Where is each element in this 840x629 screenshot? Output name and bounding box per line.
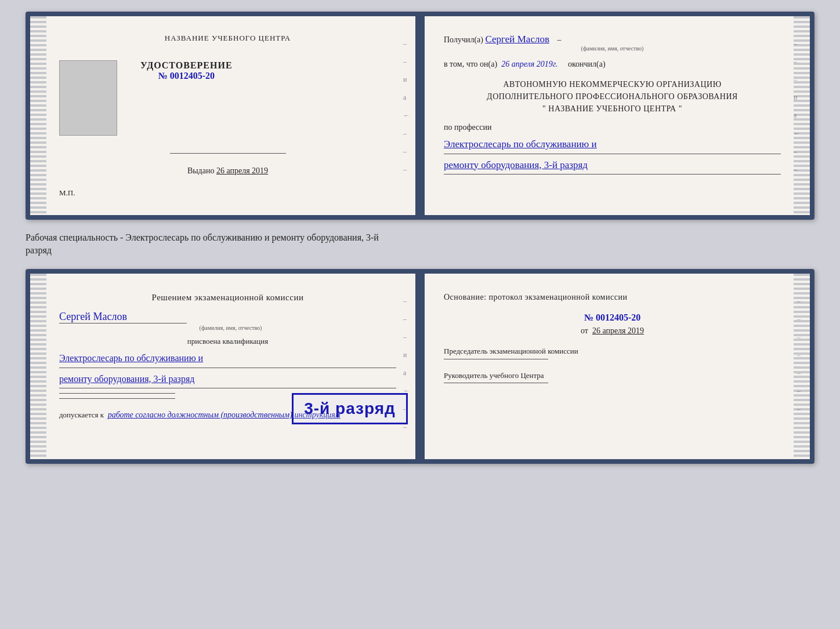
bottom-certificate-book: Решением экзаменационной комиссии Сергей…: [26, 269, 814, 464]
received-line: Получил(а) Сергей Маслов – (фамилия, имя…: [444, 34, 781, 52]
prisvoena-label: присвоена квалификация: [59, 337, 396, 346]
from-date: от 26 апреля 2019: [444, 326, 781, 336]
top-certificate-book: НАЗВАНИЕ УЧЕБНОГО ЦЕНТРА УДОСТОВЕРЕНИЕ №…: [26, 12, 814, 220]
po-professii-label: по профессии: [444, 123, 781, 132]
top-left-page: НАЗВАНИЕ УЧЕБНОГО ЦЕНТРА УДОСТОВЕРЕНИЕ №…: [30, 16, 421, 215]
bottom-left-page: Решением экзаменационной комиссии Сергей…: [30, 274, 421, 459]
label-between: Рабочая специальность - Электрослесарь п…: [26, 230, 814, 259]
stamp-text: 3-й разряд: [302, 399, 398, 418]
protocol-num: № 0012405-20: [444, 312, 781, 323]
right-dashes-2: –––иа←––: [794, 39, 801, 174]
name-underline: [59, 323, 187, 323]
book-spine-2: [415, 274, 425, 459]
right-dashes-3: –––иа←––: [403, 297, 410, 431]
bottom-right-page: Основание: протокол экзаменационной коми…: [421, 274, 810, 459]
top-left-title: НАЗВАНИЕ УЧЕБНОГО ЦЕНТРА: [59, 34, 396, 43]
kvalif-line1: Электрослесарь по обслуживанию и: [59, 350, 396, 367]
profession-line1: Электрослесарь по обслуживанию и: [444, 136, 781, 154]
kvalif-line2: ремонту оборудования, 3-й разряд: [59, 370, 396, 388]
mp-label: М.П.: [59, 188, 75, 197]
photo-placeholder: [59, 60, 117, 136]
org-block: АВТОНОМНУЮ НЕКОММЕРЧЕСКУЮ ОРГАНИЗАЦИЮ ДО…: [444, 78, 781, 115]
chairman-sig-line: [444, 359, 548, 359]
vtom-date: 26 апреля 2019г.: [501, 60, 557, 68]
vydano-label: Выдано 26 апреля 2019: [187, 166, 268, 175]
bottom-name: Сергей Маслов: [59, 311, 396, 323]
top-right-page: Получил(а) Сергей Маслов – (фамилия, имя…: [421, 16, 810, 215]
rukov-sig-line: [444, 383, 548, 383]
fio-caption: (фамилия, имя, отчество): [444, 45, 781, 52]
recipient-name: Сергей Маслов: [485, 34, 549, 45]
udostoverenie-title: УДОСТОВЕРЕНИЕ: [140, 60, 233, 71]
right-dashes-4: –––––––: [797, 297, 801, 413]
vtom-line: в том, что он(а) 26 апреля 2019г. окончи…: [444, 60, 781, 69]
stamp: 3-й разряд: [292, 393, 408, 424]
book-spine: [415, 16, 425, 215]
rukov-role: Руководитель учебного Центра: [444, 371, 781, 383]
profession-line2: ремонту оборудования, 3-й разряд: [444, 157, 781, 174]
udostoverenie-num: № 0012405-20: [140, 71, 233, 81]
osnov-title: Основание: протокол экзаменационной коми…: [444, 291, 781, 303]
vydano-date: 26 апреля 2019: [216, 166, 268, 175]
resheniem-title: Решением экзаменационной комиссии: [59, 291, 396, 304]
chairman-role: Председатель экзаменационной комиссии: [444, 346, 781, 359]
right-dashes: ––иа←–––: [403, 39, 410, 174]
bottom-fio-caption: (фамилия, имя, отчество): [65, 325, 396, 331]
